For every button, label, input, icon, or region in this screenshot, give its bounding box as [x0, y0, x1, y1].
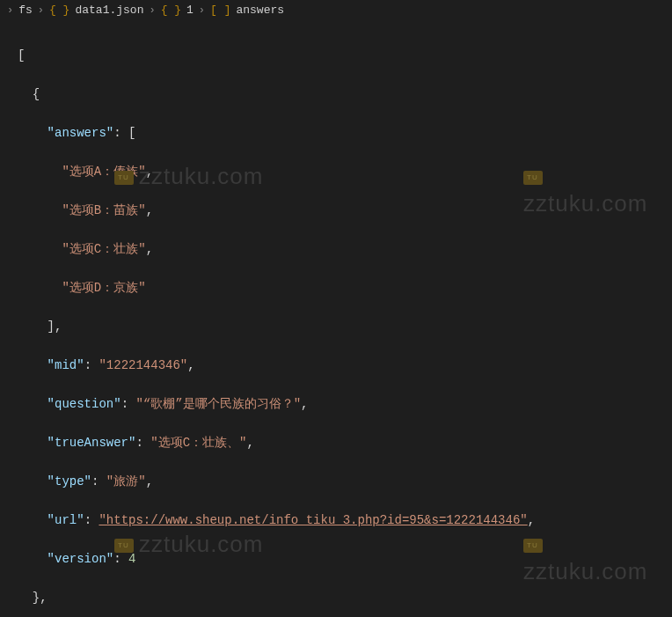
json-key: "question"	[47, 397, 121, 411]
json-number: 4	[128, 552, 135, 566]
json-file-icon: { }	[49, 4, 69, 17]
chevron-right-icon: ›	[149, 4, 155, 17]
breadcrumb-seg-file[interactable]: data1.json	[75, 4, 143, 17]
json-string: "选项C：壮族、"	[150, 436, 246, 450]
json-string: "选项B：苗族"	[62, 203, 145, 217]
json-url[interactable]: "https://www.sheup.net/info_tiku_3.php?i…	[99, 513, 527, 527]
code-editor[interactable]: [ { "answers": [ "选项A：傣族", "选项B：苗族", "选项…	[0, 21, 672, 617]
object-icon: { }	[161, 4, 181, 17]
json-key: "mid"	[47, 358, 84, 372]
json-string: "1222144346"	[99, 358, 187, 372]
json-string: "旅游"	[106, 474, 146, 488]
json-key: "url"	[47, 513, 84, 527]
brace-close: },	[33, 591, 47, 605]
json-key: "trueAnswer"	[47, 436, 136, 450]
breadcrumb[interactable]: › fs › { } data1.json › { } 1 › [ ] answ…	[0, 0, 672, 21]
breadcrumb-seg-fs[interactable]: fs	[18, 4, 33, 17]
brace-open: {	[33, 87, 40, 101]
breadcrumb-seg-index[interactable]: 1	[186, 4, 194, 17]
json-string: "选项A：傣族"	[62, 165, 145, 179]
chevron-right-icon: ›	[7, 4, 13, 17]
json-key: "answers"	[47, 126, 114, 140]
json-string: "“歌棚”是哪个民族的习俗？"	[135, 397, 301, 411]
json-string: "选项C：壮族"	[62, 242, 145, 256]
bracket-open: [	[18, 48, 25, 62]
array-icon: [ ]	[210, 4, 230, 17]
json-key: "type"	[47, 474, 91, 488]
breadcrumb-seg-answers[interactable]: answers	[236, 4, 284, 17]
chevron-right-icon: ›	[199, 4, 205, 17]
json-key: "version"	[47, 552, 114, 566]
json-string: "选项D：京族"	[62, 281, 145, 295]
chevron-right-icon: ›	[38, 4, 44, 17]
